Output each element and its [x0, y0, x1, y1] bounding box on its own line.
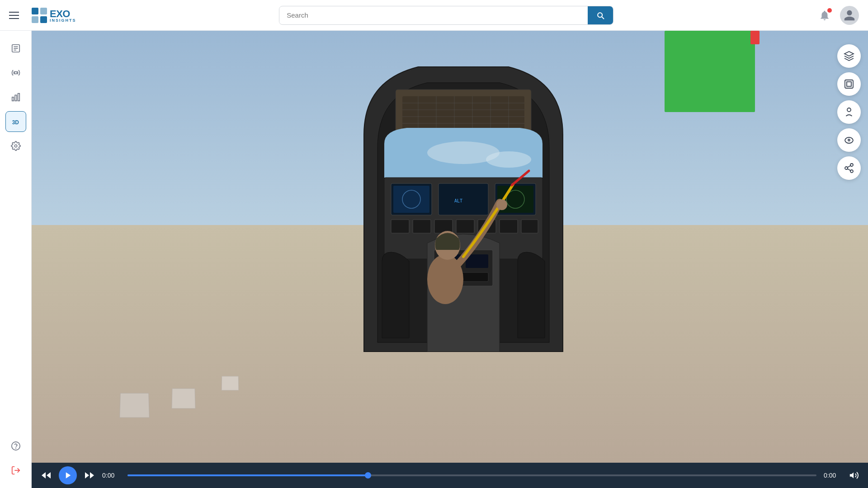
total-time: 0:00 [824, 472, 842, 479]
notification-badge [827, 8, 832, 13]
cube-view-button[interactable] [837, 44, 861, 68]
reports-icon [11, 43, 21, 53]
svg-line-67 [848, 166, 851, 168]
current-time: 0:00 [102, 472, 120, 479]
floor-cube-3 [222, 376, 239, 390]
rewind-icon [41, 470, 52, 481]
logo: EXO INSIGHTS [31, 7, 76, 24]
svg-point-63 [850, 164, 853, 166]
svg-rect-50 [521, 220, 538, 233]
help-icon [11, 441, 21, 451]
svg-rect-49 [500, 220, 518, 233]
frame-view-button[interactable] [837, 72, 861, 96]
search-input[interactable] [279, 7, 588, 23]
svg-rect-47 [456, 220, 474, 233]
sidebar-item-settings[interactable] [5, 136, 26, 156]
svg-point-14 [11, 442, 19, 450]
broadcast-icon [11, 68, 21, 78]
sidebar-item-analytics[interactable] [5, 87, 26, 108]
person-view-button[interactable] [837, 100, 861, 124]
svg-marker-73 [850, 473, 854, 479]
svg-rect-1 [40, 8, 47, 14]
svg-rect-10 [15, 95, 17, 101]
person-view-icon [844, 107, 854, 117]
avatar-icon [843, 9, 856, 22]
svg-rect-3 [40, 16, 47, 23]
cube-view-icon [844, 51, 854, 61]
logo-subtitle: INSIGHTS [50, 18, 76, 23]
sidebar-item-help[interactable] [5, 436, 26, 456]
svg-marker-70 [66, 472, 71, 479]
svg-rect-2 [32, 16, 38, 23]
share-icon [844, 163, 854, 174]
sidebar-item-broadcast[interactable] [5, 62, 26, 83]
volume-icon [849, 470, 859, 480]
frame-view-icon [844, 79, 854, 89]
controls-bar: 0:00 0:00 [32, 463, 868, 488]
play-button[interactable] [59, 466, 77, 484]
settings-icon [11, 141, 21, 151]
header: EXO INSIGHTS [0, 0, 868, 31]
path-view-icon [844, 135, 854, 145]
user-avatar[interactable] [840, 6, 859, 25]
search-box [279, 6, 613, 25]
svg-text:ALT: ALT [454, 198, 462, 203]
3d-viewport[interactable]: ALT [32, 31, 868, 463]
search-container [85, 6, 807, 25]
svg-point-62 [848, 139, 850, 141]
svg-rect-39 [441, 186, 486, 213]
header-right [816, 6, 859, 25]
svg-marker-68 [42, 472, 46, 479]
sidebar-item-logout[interactable] [5, 460, 26, 481]
search-icon [596, 11, 605, 20]
fast-forward-button[interactable] [84, 470, 95, 481]
svg-point-8 [14, 71, 17, 74]
sidebar: 3D [0, 31, 32, 488]
svg-rect-59 [845, 80, 853, 88]
path-view-button[interactable] [837, 128, 861, 152]
floor-cube-1 [171, 389, 195, 409]
svg-point-33 [486, 151, 531, 168]
green-overlay [665, 31, 755, 112]
menu-button[interactable] [9, 7, 25, 23]
main-content: ALT [32, 31, 868, 488]
svg-rect-44 [391, 220, 409, 233]
sidebar-item-3d-view[interactable]: 3D [5, 111, 26, 132]
3d-icon: 3D [11, 117, 21, 127]
svg-rect-9 [12, 97, 14, 101]
analytics-icon [11, 92, 21, 102]
logo-icon [31, 7, 48, 24]
svg-marker-72 [85, 472, 89, 479]
svg-rect-0 [32, 8, 38, 14]
logo-text-block: EXO INSIGHTS [50, 8, 76, 23]
progress-fill [127, 474, 368, 476]
volume-button[interactable] [849, 470, 859, 480]
svg-marker-71 [90, 472, 94, 479]
cockpit-svg: ALT [328, 44, 599, 361]
progress-bar[interactable] [127, 474, 816, 476]
logout-icon [11, 465, 21, 475]
sidebar-top: 3D [5, 38, 26, 436]
cockpit-model: ALT [328, 44, 599, 352]
sidebar-item-reports[interactable] [5, 38, 26, 59]
svg-point-13 [14, 145, 17, 147]
svg-line-66 [848, 169, 851, 171]
svg-marker-69 [47, 472, 51, 479]
share-button[interactable] [837, 156, 861, 180]
header-left: EXO INSIGHTS [9, 7, 76, 24]
play-icon [64, 471, 72, 479]
floor-cube-2 [119, 393, 150, 418]
right-toolbar [837, 44, 861, 180]
svg-rect-45 [413, 220, 431, 233]
svg-rect-46 [434, 220, 453, 233]
svg-point-65 [850, 170, 853, 173]
sidebar-bottom [5, 436, 26, 481]
notification-button[interactable] [816, 7, 833, 23]
svg-point-37 [402, 190, 420, 208]
svg-rect-60 [847, 82, 851, 86]
svg-point-58 [496, 199, 507, 210]
search-button[interactable] [588, 6, 613, 24]
rewind-button[interactable] [41, 470, 52, 481]
progress-thumb [365, 472, 371, 479]
red-marker [750, 31, 760, 44]
